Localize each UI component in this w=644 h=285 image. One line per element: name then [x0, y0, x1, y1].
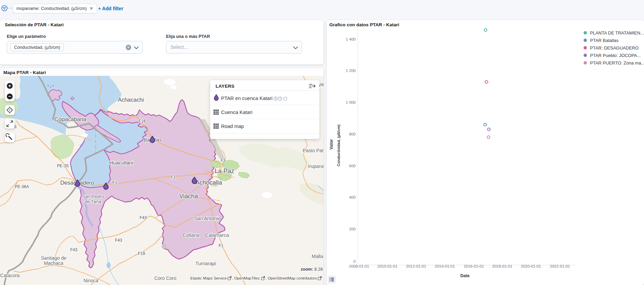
svg-text:PTAR PUERTO: Zona ma...: PTAR PUERTO: Zona ma...: [590, 60, 644, 66]
svg-text:F43: F43: [70, 247, 78, 252]
svg-text:400: 400: [349, 195, 356, 199]
svg-text:Calamarca: Calamarca: [205, 232, 229, 238]
svg-text:San Pedro: San Pedro: [82, 194, 104, 199]
svg-text:Valor: Valor: [329, 139, 334, 150]
svg-text:Ninoca: Ninoca: [83, 278, 98, 283]
svg-text:F19: F19: [138, 251, 145, 256]
svg-text:F3: F3: [221, 158, 225, 163]
svg-text:2010-01-01: 2010-01-01: [378, 264, 398, 268]
svg-text:200: 200: [349, 227, 356, 231]
svg-text:Achacachi: Achacachi: [118, 97, 144, 103]
svg-text:600: 600: [349, 164, 356, 168]
svg-text:PLANTA DE TRATAMIEN...: PLANTA DE TRATAMIEN...: [590, 30, 644, 35]
svg-text:1 400: 1 400: [346, 37, 356, 41]
svg-text:Santiago de: Santiago de: [41, 255, 67, 261]
svg-text:1 200: 1 200: [346, 69, 356, 73]
svg-text:, OpenMapTiles: , OpenMapTiles: [232, 276, 260, 280]
svg-text:F1: F1: [219, 243, 223, 248]
svg-text:Irupana: Irupana: [308, 163, 324, 169]
svg-text:Catacora: Catacora: [0, 273, 20, 278]
svg-text:800: 800: [349, 132, 356, 136]
svg-text:Viacha: Viacha: [179, 193, 198, 200]
svg-text:2018-01-01: 2018-01-01: [492, 264, 512, 268]
svg-text:1 000: 1 000: [346, 100, 356, 104]
svg-text:Machaca: Machaca: [44, 260, 64, 266]
svg-text:zoom: 8.28: zoom: 8.28: [301, 267, 323, 272]
svg-text:Malla: Malla: [312, 254, 323, 259]
svg-text:Tumarapi: Tumarapi: [195, 261, 216, 266]
svg-text:PTAR Pueblo: JOCOPA...: PTAR Pueblo: JOCOPA...: [590, 53, 641, 58]
svg-text:Conductividad, (µS/cm): Conductividad, (µS/cm): [337, 124, 341, 166]
svg-text:La Paz: La Paz: [215, 167, 234, 174]
svg-text:Copacabana: Copacabana: [54, 116, 86, 122]
svg-text:, OpenStreetMap contributors: , OpenStreetMap contributors: [265, 276, 317, 280]
svg-text:F16: F16: [139, 119, 146, 124]
svg-text:Date: Date: [460, 273, 469, 278]
svg-text:F1: F1: [112, 180, 117, 185]
svg-text:2008-01-01: 2008-01-01: [349, 264, 369, 268]
svg-text:PE-36A: PE-36A: [15, 184, 29, 189]
svg-text:Coro Coro: Coro Coro: [154, 275, 177, 281]
svg-text:PE-3S: PE-3S: [57, 163, 69, 168]
svg-text:2022-01-01: 2022-01-01: [550, 264, 570, 268]
svg-text:San Antonio: San Antonio: [194, 216, 221, 221]
svg-text:0: 0: [354, 259, 356, 263]
svg-text:2016-01-01: 2016-01-01: [464, 264, 484, 268]
svg-text:2012-01-01: 2012-01-01: [406, 264, 426, 268]
svg-text:Elastic Maps Service: Elastic Maps Service: [190, 276, 227, 280]
svg-text:Pasto Pata: Pasto Pata: [303, 148, 324, 153]
svg-text:Huacullani: Huacullani: [109, 160, 133, 166]
svg-text:Achocalla: Achocalla: [195, 179, 222, 186]
svg-text:F1: F1: [171, 175, 176, 180]
svg-text:2014-01-01: 2014-01-01: [435, 264, 455, 268]
svg-text:de Tana: de Tana: [85, 199, 101, 204]
svg-text:F43: F43: [115, 238, 122, 243]
svg-text:Collana: Collana: [182, 232, 200, 238]
svg-text:F43: F43: [140, 215, 147, 220]
svg-text:PTAR Batallas: PTAR Batallas: [590, 38, 619, 43]
svg-text:PTAR: DESAGUADERO: PTAR: DESAGUADERO: [590, 45, 639, 51]
svg-text:2020-01-01: 2020-01-01: [521, 264, 541, 268]
